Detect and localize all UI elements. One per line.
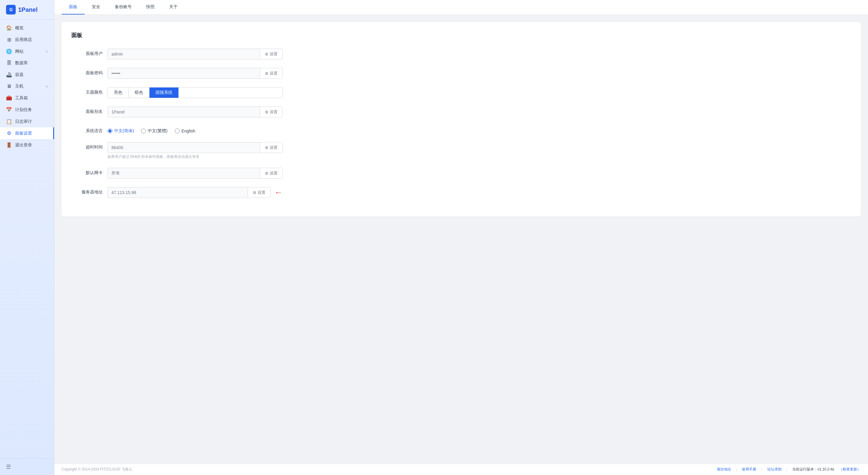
nav-label-appstore: 应用商店: [15, 37, 32, 42]
nav-label-toolbox: 工具箱: [15, 95, 28, 101]
sidebar-item-toolbox[interactable]: 🧰 工具箱: [0, 92, 54, 104]
tab-security[interactable]: 安全: [85, 0, 107, 14]
tab-bar: 面板安全备份账号快照关于: [54, 0, 868, 15]
label-panel-user: 面板用户: [71, 48, 107, 57]
sidebar-item-appstore[interactable]: ⊞ 应用商店: [0, 34, 54, 45]
theme-btn-light[interactable]: 亮色: [108, 88, 129, 98]
nav-label-cron: 计划任务: [15, 107, 32, 112]
nav-label-database: 数据库: [15, 60, 28, 66]
nav-arrow-host: ∨: [45, 84, 48, 89]
label-language: 系统语言: [71, 126, 107, 134]
gear-icon-4: ⚙: [265, 145, 269, 150]
gear-icon-3: ⚙: [265, 110, 269, 114]
tab-panel[interactable]: 面板: [62, 0, 85, 14]
panel-user-set-button[interactable]: ⚙ 设置: [260, 49, 282, 59]
input-group-server-addr: ⚙ 设置: [107, 187, 271, 198]
server-addr-input[interactable]: [108, 188, 248, 197]
nav-icon-logout: 🚪: [6, 142, 12, 148]
language-option-zh-tw[interactable]: 中文(繁體): [141, 128, 167, 134]
sidebar-item-logout[interactable]: 🚪 退出登录: [0, 139, 54, 151]
sidebar-item-cron[interactable]: 📅 计划任务: [0, 104, 54, 115]
form-row-user: 面板用户 ⚙ 设置: [71, 48, 851, 60]
page-title: 面板: [71, 32, 851, 39]
nav-icon-cron: 📅: [6, 107, 12, 112]
input-group-password: ⚙ 设置: [107, 68, 283, 79]
footer-links: 项目地址|使用手册|论坛求助 |当前运行版本：v1.10.2-lts （检查更新…: [717, 467, 861, 472]
nav-label-logout: 退出登录: [15, 142, 32, 148]
main-content: 面板安全备份账号快照关于 面板 面板用户 ⚙ 设置: [54, 0, 868, 475]
control-panel-user: ⚙ 设置: [107, 48, 283, 60]
theme-btn-dark[interactable]: 暗色: [129, 88, 150, 98]
control-panel-alias: ⚙ 设置: [107, 106, 283, 117]
panel-alias-set-button[interactable]: ⚙ 设置: [260, 107, 282, 117]
panel-card: 面板 面板用户 ⚙ 设置: [62, 22, 861, 216]
nic-set-button[interactable]: ⚙ 设置: [260, 168, 282, 178]
label-timeout: 超时时间: [71, 142, 107, 150]
nic-input[interactable]: [108, 168, 260, 178]
control-theme-color: 亮色暗色跟随系统: [107, 87, 283, 98]
panel-password-input[interactable]: [108, 68, 260, 78]
language-radio-group: 中文(简体)中文(繁體)English: [107, 126, 283, 134]
nav-label-website: 网站: [15, 49, 24, 54]
form-row-theme: 主题颜色 亮色暗色跟随系统: [71, 87, 851, 98]
language-text-zh-cn: 中文(简体): [114, 128, 134, 134]
tab-snapshot[interactable]: 快照: [139, 0, 162, 14]
language-option-en[interactable]: English: [175, 129, 195, 133]
form-row-alias: 面板别名 ⚙ 设置: [71, 106, 851, 117]
tab-backup[interactable]: 备份账号: [107, 0, 139, 14]
timeout-set-button[interactable]: ⚙ 设置: [260, 142, 282, 153]
language-text-zh-tw: 中文(繁體): [148, 128, 167, 134]
sidebar-footer: ☰: [0, 459, 54, 475]
panel-user-input[interactable]: [108, 49, 260, 59]
language-radio-zh-cn[interactable]: [107, 129, 112, 133]
control-default-nic: ⚙ 设置: [107, 168, 283, 179]
sidebar-item-settings[interactable]: ⚙ 面板设置: [0, 127, 54, 139]
sidebar-item-website[interactable]: 🌐 网站 ∨: [0, 45, 54, 57]
footer-link-project[interactable]: 项目地址: [717, 467, 731, 472]
footer-link-manual[interactable]: 使用手册: [742, 467, 756, 472]
theme-btn-system[interactable]: 跟随系统: [150, 88, 179, 98]
nav-icon-database: 🗄: [6, 60, 12, 66]
input-group-user: ⚙ 设置: [107, 48, 283, 60]
sidebar-item-logs[interactable]: 📋 日志审计: [0, 115, 54, 127]
nav-icon-toolbox: 🧰: [6, 95, 12, 101]
timeout-hint: 如果用户超过 86400 秒未操作面板，面板将自动退出登录: [107, 154, 283, 159]
label-panel-password: 面板密码: [71, 68, 107, 76]
timeout-input[interactable]: [108, 143, 260, 152]
hamburger-icon[interactable]: ☰: [6, 464, 11, 470]
panel-alias-input[interactable]: [108, 107, 260, 117]
nav-label-overview: 概览: [15, 25, 24, 31]
gear-icon-5: ⚙: [265, 171, 269, 176]
logo: ① 1Panel: [0, 0, 54, 20]
nav-icon-settings: ⚙: [6, 130, 12, 136]
sidebar-item-database[interactable]: 🗄 数据库: [0, 57, 54, 69]
footer-copyright: Copyright © 2014-2024 FIT2CLOUD 飞致云: [62, 467, 132, 472]
arrow-annotation: ←: [274, 188, 283, 197]
language-radio-en[interactable]: [175, 129, 180, 133]
footer-check-update[interactable]: （检查更新）: [839, 467, 861, 472]
nav-label-container: 容器: [15, 72, 24, 77]
input-group-timeout: ⚙ 设置: [107, 142, 283, 153]
form-row-password: 面板密码 ⚙ 设置: [71, 68, 851, 79]
nav-arrow-website: ∨: [45, 49, 48, 54]
input-group-alias: ⚙ 设置: [107, 106, 283, 117]
nav-icon-container: 🚢: [6, 72, 12, 77]
server-addr-set-button[interactable]: ⚙ 设置: [248, 188, 270, 198]
label-default-nic: 默认网卡: [71, 168, 107, 176]
theme-group: 亮色暗色跟随系统: [107, 87, 283, 98]
footer-link-forum[interactable]: 论坛求助: [767, 467, 782, 472]
label-panel-alias: 面板别名: [71, 106, 107, 114]
tab-about[interactable]: 关于: [162, 0, 185, 14]
form-row-language: 系统语言 中文(简体)中文(繁體)English: [71, 126, 851, 134]
content-area: 面板 面板用户 ⚙ 设置: [54, 15, 868, 464]
language-radio-zh-tw[interactable]: [141, 129, 146, 133]
panel-password-set-button[interactable]: ⚙ 设置: [260, 68, 282, 78]
form-row-nic: 默认网卡 ⚙ 设置: [71, 168, 851, 179]
language-option-zh-cn[interactable]: 中文(简体): [107, 128, 134, 134]
gear-icon: ⚙: [265, 52, 269, 57]
input-group-nic: ⚙ 设置: [107, 168, 283, 179]
sidebar-item-overview[interactable]: 🏠 概览: [0, 22, 54, 34]
nav-label-logs: 日志审计: [15, 119, 32, 124]
sidebar-item-host[interactable]: 🖥 主机 ∨: [0, 80, 54, 92]
sidebar-item-container[interactable]: 🚢 容器: [0, 69, 54, 80]
